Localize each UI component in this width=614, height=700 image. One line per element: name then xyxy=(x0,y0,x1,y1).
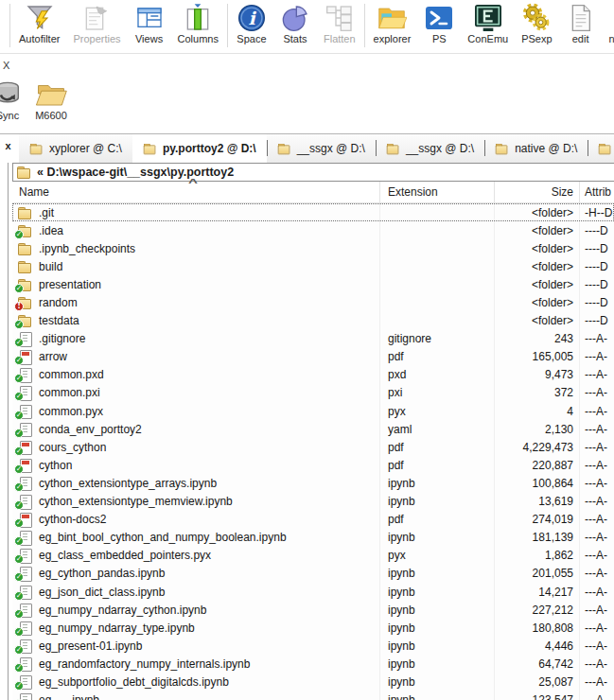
file-row[interactable]: ✓eg_….ipynbipynb123,547---A- xyxy=(12,691,614,700)
file-attrib-cell: ---A- xyxy=(580,547,614,565)
toolbar-button-space[interactable]: iSpace xyxy=(230,0,273,53)
file-extension-cell: ipynb xyxy=(380,691,495,700)
folder-icon xyxy=(30,143,44,155)
document-file-icon: ✓ xyxy=(18,621,32,635)
file-extension-cell: pdf xyxy=(380,456,495,474)
toolbar-button-sync[interactable]: Sync xyxy=(0,76,29,122)
file-row[interactable]: ✓common.pxipxi372---A- xyxy=(12,384,614,402)
file-row[interactable]: build<folder>----D xyxy=(12,257,614,275)
check-overlay-icon: ✓ xyxy=(14,230,24,239)
file-extension-cell xyxy=(380,312,495,330)
tab-ssgx-d[interactable]: __ssgx @ D:\ xyxy=(376,134,484,163)
file-name: cython-docs2 xyxy=(39,513,106,526)
pdf-file-icon: ✓ xyxy=(18,513,32,526)
toolbar-button-label: M6600 xyxy=(35,110,67,122)
pdf-file-icon: ✓ xyxy=(18,459,32,472)
tab-xyplorer-c[interactable]: xyplorer @ C:\ xyxy=(19,134,132,163)
sort-ascending-icon: ^ xyxy=(188,178,198,188)
powershell-icon xyxy=(424,3,454,33)
file-row[interactable]: ✓conda_env_porttoy2yaml2,130---A- xyxy=(12,420,614,438)
toolbar-button-explorer[interactable]: explorer xyxy=(367,0,418,53)
file-row[interactable]: ✓common.pyxpyx4---A- xyxy=(12,402,614,420)
pie-chart-icon xyxy=(280,3,310,33)
file-row[interactable]: .ipynb_checkpoints<folder>----D xyxy=(12,239,614,257)
toolbar-button-edit[interactable]: edit xyxy=(559,0,603,53)
toolbar-button-label: Autofilter xyxy=(19,33,60,45)
toolbar-button-stats[interactable]: Stats xyxy=(273,0,317,53)
tab-close-button[interactable]: x xyxy=(0,134,16,163)
toolbar-button-flatten[interactable]: Flatten xyxy=(317,0,362,53)
toolbar-button-properties[interactable]: Properties xyxy=(66,0,127,53)
file-row[interactable]: ✓eg_numpy_ndarray_type.ipynbipynb180,808… xyxy=(12,619,614,637)
file-name-cell: ✓arrow xyxy=(12,348,380,366)
toolbar-button-label: Stats xyxy=(283,33,307,45)
file-row[interactable]: ✓eg_class_embedded_pointers.pyxpyx1,862-… xyxy=(12,547,614,565)
toolbar-button-psexp[interactable]: PSexp xyxy=(515,0,558,53)
column-header-size[interactable]: Size xyxy=(495,182,580,202)
tab-bar: x xyplorer @ C:\py.porttoy2 @ D:\__ssgx … xyxy=(0,134,614,163)
tab-ssgx-d[interactable]: __ssgx @ D:\ xyxy=(267,134,376,163)
file-name-cell: ✓.idea xyxy=(12,221,380,239)
file-size-cell: 123,547 xyxy=(495,691,580,700)
toolbar-button-label: ConEmu xyxy=(467,33,508,45)
file-attrib-cell: ---A- xyxy=(580,456,614,474)
file-row[interactable]: ✓eg_present-01.ipynbipynb4,446---A- xyxy=(12,637,614,655)
file-row[interactable]: ✓eg_bint_bool_cython_and_numpy_boolean.i… xyxy=(12,529,614,547)
check-overlay-icon: ✓ xyxy=(14,356,24,365)
error-overlay-icon: ! xyxy=(14,302,24,311)
file-row[interactable]: ✓cython_extensiontype_memview.ipynbipynb… xyxy=(12,493,614,511)
file-extension-cell: pdf xyxy=(380,511,495,529)
main-pane: « D:\wspace-git\__ssgx\py.porttoy2 Name … xyxy=(8,163,614,700)
file-name: eg_subportfolio_debt_digitalcds.ipynb xyxy=(39,675,229,689)
file-size-cell: <folder> xyxy=(495,203,580,221)
column-header-name[interactable]: Name ^ xyxy=(12,182,380,202)
file-row[interactable]: ✓cythonpdf220,887---A- xyxy=(12,456,614,474)
toolbar-button-autofilter[interactable]: Autofilter xyxy=(12,0,66,53)
file-row[interactable]: .git<folder>-H--D xyxy=(12,203,614,221)
address-bar[interactable]: « D:\wspace-git\__ssgx\py.porttoy2 xyxy=(12,163,614,182)
file-row[interactable]: ✓cython_extensiontype_arrays.ipynbipynb1… xyxy=(12,474,614,492)
toolbar-overflow-marker[interactable]: X xyxy=(3,60,9,71)
folder-icon xyxy=(18,242,32,255)
file-row[interactable]: ✓eg_numpy_ndarray_cython.ipynbipynb227,2… xyxy=(12,601,614,619)
file-name-cell: .git xyxy=(12,203,380,221)
file-extension-cell: ipynb xyxy=(380,474,495,492)
file-size-cell: 25,087 xyxy=(495,673,580,691)
file-row[interactable]: ✓cython-docs2pdf274,019---A- xyxy=(12,511,614,529)
column-header-extension[interactable]: Extension xyxy=(380,182,495,202)
toolbar-button-notepad[interactable]: notepad xyxy=(603,0,614,53)
file-row[interactable]: ✓arrowpdf165,005---A- xyxy=(12,348,614,366)
file-extension-cell: gitignore xyxy=(380,330,495,348)
toolbar-button-ps[interactable]: PS xyxy=(417,0,461,53)
toolbar-button-label: Sync xyxy=(0,110,19,122)
file-row[interactable]: ✓eg_cython_pandas.ipynbipynb201,055---A- xyxy=(12,565,614,583)
file-row[interactable]: ✓.idea<folder>----D xyxy=(12,221,614,239)
file-size-cell: 2,130 xyxy=(495,420,580,438)
toolbar-button-m6600[interactable]: M6600 xyxy=(29,76,73,122)
file-extension-cell: pxi xyxy=(380,384,495,402)
file-size-cell: 165,005 xyxy=(495,348,580,366)
file-row[interactable]: ✓eg_randomfactory_numpy_internals.ipynbi… xyxy=(12,655,614,673)
file-row[interactable]: ✓presentation<folder>----D xyxy=(12,275,614,293)
file-row[interactable]: !random<folder>----D xyxy=(12,293,614,311)
file-row[interactable]: ✓eg_subportfolio_debt_digitalcds.ipynbip… xyxy=(12,673,614,691)
check-overlay-icon: ✓ xyxy=(14,284,24,293)
file-row[interactable]: ✓.gitignoregitignore243---A- xyxy=(12,330,614,348)
file-attrib-cell: ---A- xyxy=(580,619,614,637)
column-header-attrib[interactable]: Attrib xyxy=(580,182,614,202)
toolbar-button-views[interactable]: Views xyxy=(128,0,171,53)
file-name-cell: build xyxy=(12,257,380,275)
file-size-cell: 220,887 xyxy=(495,456,580,474)
tab-py-porttoy2-d[interactable]: py.porttoy2 @ D:\ xyxy=(132,134,267,163)
file-row[interactable]: ✓common.pxdpxd9,473---A- xyxy=(12,366,614,384)
file-name-cell: .ipynb_checkpoints xyxy=(12,239,380,257)
tab-bin-c[interactable]: bin @ C:\ xyxy=(588,134,614,163)
file-row[interactable]: ✓eg_json_dict_class.ipynbipynb14,217---A… xyxy=(12,583,614,601)
file-row[interactable]: ✓testdata<folder>----D xyxy=(12,312,614,330)
file-row[interactable]: ✓cours_cythonpdf4,229,473---A- xyxy=(12,438,614,456)
file-name-cell: ✓.gitignore xyxy=(12,330,380,348)
tab-native-d[interactable]: native @ D:\ xyxy=(484,134,588,163)
toolbar-button-columns[interactable]: Columns xyxy=(171,0,225,53)
document-file-icon: ✓ xyxy=(18,604,32,617)
toolbar-button-conemu[interactable]: ConEmu xyxy=(461,0,515,53)
